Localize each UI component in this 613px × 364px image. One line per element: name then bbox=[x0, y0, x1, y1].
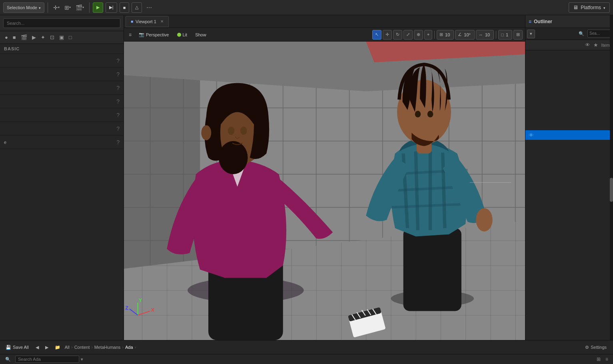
content-search-icon-btn[interactable]: 🔍 bbox=[3, 355, 13, 363]
basic-section-label: BASIC bbox=[0, 44, 124, 54]
outliner-selected-item[interactable]: 👁 bbox=[525, 130, 613, 140]
grid-view-button[interactable]: ⊞ bbox=[595, 356, 602, 363]
panel-geometry-icon-btn[interactable]: ■ bbox=[11, 34, 18, 41]
panel-item-4: ? bbox=[0, 95, 124, 108]
folder-button[interactable]: 📁 bbox=[53, 343, 62, 352]
outliner-eye-icon: 👁 bbox=[529, 132, 534, 138]
panel-item-3: ? bbox=[0, 81, 124, 95]
more-options-button[interactable]: ⋯ bbox=[144, 2, 154, 13]
angle-snap-button[interactable]: ∠ 10° bbox=[455, 30, 475, 40]
panel-light-icon-btn[interactable]: ● bbox=[3, 34, 10, 41]
panel-cinematic-icon-btn[interactable]: 🎬 bbox=[19, 34, 29, 41]
grid-icon: ⊞ bbox=[439, 32, 443, 37]
transform-tools-group: ✛▾ ⊞▾ 🎬▾ bbox=[51, 2, 86, 13]
bottom-search-row: 🔍 ▾ ⊞ ≡ bbox=[0, 354, 613, 364]
grid-snap-button[interactable]: ⊞ 10 bbox=[437, 30, 454, 40]
panel-blueprint-icon-btn[interactable]: ⊡ bbox=[48, 34, 56, 41]
panel-item-4-help-icon[interactable]: ? bbox=[116, 98, 120, 105]
camera-speed-button[interactable]: □ 1 bbox=[498, 30, 512, 40]
outliner-search-input[interactable] bbox=[587, 30, 611, 38]
outliner-scrollbar[interactable] bbox=[610, 15, 613, 340]
outliner-view-options: 🔍 bbox=[577, 30, 611, 38]
show-button[interactable]: Show bbox=[192, 31, 210, 38]
breadcrumb-content[interactable]: Content bbox=[74, 345, 90, 350]
play-advance-icon: ▶| bbox=[109, 5, 114, 10]
viewport-tab-close-button[interactable]: ✕ bbox=[160, 19, 164, 24]
panel-item-1-help-icon[interactable]: ? bbox=[116, 58, 120, 64]
history-back-button[interactable]: ◀ bbox=[34, 343, 41, 352]
snap-button[interactable]: ⊞▾ bbox=[62, 2, 73, 13]
rotate-icon: ↻ bbox=[396, 32, 399, 37]
viewport-hamburger-button[interactable]: ≡ bbox=[126, 31, 134, 39]
angle-value: 10° bbox=[463, 32, 472, 37]
transform-tool-button[interactable]: ⊕ bbox=[414, 30, 423, 40]
list-view-button[interactable]: ≡ bbox=[604, 356, 610, 363]
toolbar-separator-2 bbox=[89, 2, 90, 13]
left-panel-search-input[interactable] bbox=[3, 18, 120, 28]
camera-icon: 📷 bbox=[139, 32, 144, 37]
panel-item-5-help-icon[interactable]: ? bbox=[116, 112, 120, 118]
panel-effects-icon-btn[interactable]: ✦ bbox=[39, 34, 47, 41]
panel-item-6-help-icon[interactable]: ? bbox=[116, 125, 120, 132]
move-tool-button[interactable]: ✛ bbox=[383, 30, 392, 40]
layout-button[interactable]: ⊞ bbox=[513, 30, 523, 40]
outliner-search-button[interactable]: 🔍 bbox=[577, 30, 586, 38]
save-all-button[interactable]: 💾 Save All bbox=[3, 344, 31, 351]
vp-control-sep-2 bbox=[496, 31, 496, 39]
settings-button[interactable]: ⚙ Settings bbox=[582, 344, 610, 351]
media-button[interactable]: 🎬▾ bbox=[74, 2, 86, 13]
scale-snap-button[interactable]: ↔ 10 bbox=[476, 30, 494, 40]
rotate-tool-button[interactable]: ↻ bbox=[393, 30, 402, 40]
play-advance-button[interactable]: ▶| bbox=[106, 2, 117, 13]
scale-icon: ⤢ bbox=[406, 32, 410, 37]
item-col-label[interactable]: Item bbox=[601, 43, 610, 48]
viewport-area: ■ Viewport 1 ✕ ≡ 📷 Perspective Lit Show … bbox=[124, 15, 525, 340]
panel-item-3-help-icon[interactable]: ? bbox=[116, 85, 120, 91]
panel-item-2-help-icon[interactable]: ? bbox=[116, 71, 120, 78]
svg-point-17 bbox=[228, 127, 235, 135]
show-label: Show bbox=[195, 32, 206, 37]
add-actor-button[interactable]: ✛▾ bbox=[51, 2, 62, 13]
select-mode-button[interactable]: ↖ bbox=[372, 30, 381, 40]
panel-item-5: ? bbox=[0, 108, 124, 122]
panel-ui-icon-btn[interactable]: ▣ bbox=[58, 34, 66, 41]
lit-button[interactable]: Lit bbox=[174, 31, 191, 38]
breadcrumb-all[interactable]: All bbox=[65, 345, 70, 350]
breadcrumb-sep-2: › bbox=[91, 345, 93, 350]
grid-value: 10 bbox=[444, 32, 451, 37]
breadcrumb-ada[interactable]: Ada bbox=[125, 345, 133, 350]
panel-item-7-label: e bbox=[4, 140, 6, 145]
outliner-filter-button[interactable]: ▾ bbox=[527, 30, 535, 38]
eject-button[interactable]: △ bbox=[132, 2, 142, 13]
panel-misc-icon-btn[interactable]: □ bbox=[67, 34, 74, 41]
scale-tool-button[interactable]: ⤢ bbox=[403, 30, 413, 40]
platforms-icon: 🖥 bbox=[573, 4, 578, 10]
stop-button[interactable]: ■ bbox=[120, 2, 130, 13]
search-dropdown-icon[interactable]: ▾ bbox=[81, 357, 83, 362]
platforms-button[interactable]: 🖥 Platforms bbox=[569, 2, 610, 13]
top-toolbar: Selection Mode ✛▾ ⊞▾ 🎬▾ ▶ ▶| ■ △ ⋯ 🖥 Pla… bbox=[0, 0, 613, 15]
content-search-area: ▾ bbox=[15, 356, 83, 363]
breadcrumb-metahumans[interactable]: MetaHumans bbox=[94, 345, 120, 350]
play-button[interactable]: ▶ bbox=[93, 2, 103, 13]
viewport-canvas[interactable]: X Y Z bbox=[124, 42, 525, 340]
breadcrumb-navigation: All › Content › MetaHumans › Ada › bbox=[65, 345, 136, 350]
content-search-input[interactable] bbox=[15, 356, 79, 363]
panel-play-icon-btn[interactable]: ▶ bbox=[30, 34, 38, 41]
viewport-scene: X Y Z bbox=[124, 42, 525, 340]
layout-icon: ⊞ bbox=[516, 32, 520, 37]
perspective-button[interactable]: 📷 Perspective bbox=[136, 31, 172, 38]
platforms-area: 🖥 Platforms bbox=[569, 2, 610, 13]
outliner-list-icon: ≡ bbox=[529, 19, 531, 24]
save-all-label: Save All bbox=[13, 345, 29, 350]
panel-item-7-help-icon[interactable]: ? bbox=[116, 139, 120, 145]
viewport-1-tab[interactable]: ■ Viewport 1 ✕ bbox=[126, 16, 169, 27]
breadcrumb-sep-3: › bbox=[122, 345, 124, 350]
selection-mode-button[interactable]: Selection Mode bbox=[3, 2, 44, 13]
eye-col-icon[interactable]: 👁 bbox=[585, 42, 590, 48]
star-col-icon[interactable]: ★ bbox=[593, 42, 598, 48]
history-forward-button[interactable]: ▶ bbox=[43, 343, 50, 352]
surface-snapping-button[interactable]: ⌖ bbox=[424, 30, 432, 40]
settings-icon: ⚙ bbox=[585, 345, 589, 350]
right-panel: ≡ Outliner ▾ 🔍 👁 ★ Item 👁 bbox=[525, 15, 613, 340]
